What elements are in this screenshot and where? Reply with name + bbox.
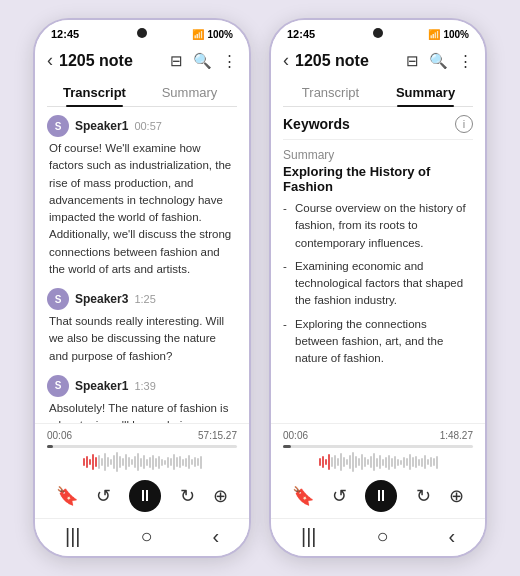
player-controls-1: 🔖 ↺ ⏸ ↻ ⊕ (47, 478, 237, 514)
transcript-text-3: Absolutely! The nature of fashion is a k… (47, 400, 237, 423)
divider (283, 139, 473, 140)
header-icons-1: ⊟ 🔍 ⋮ (170, 52, 237, 70)
nav-bar-1: ||| ○ ‹ (35, 518, 249, 556)
player-times-2: 00:06 1:48.27 (283, 430, 473, 441)
battery-icon-2: 100% (443, 29, 469, 40)
keywords-row: Keywords i (283, 115, 473, 133)
tab-transcript-1[interactable]: Transcript (47, 77, 142, 106)
current-time-1: 00:06 (47, 430, 72, 441)
speaker-time-3: 1:39 (134, 380, 155, 392)
summary-content: Keywords i Summary Exploring the History… (271, 107, 485, 423)
speaker-row-1: S Speaker1 00:57 (47, 115, 237, 137)
info-icon[interactable]: i (455, 115, 473, 133)
transcript-text-2: That sounds really interesting. Will we … (47, 313, 237, 365)
progress-track-2[interactable] (283, 445, 473, 448)
tab-transcript-2[interactable]: Transcript (283, 77, 378, 106)
transcript-item-2: S Speaker3 1:25 That sounds really inter… (47, 288, 237, 365)
transcript-content: S Speaker1 00:57 Of course! We'll examin… (35, 107, 249, 423)
back-button-2[interactable]: ‹ (283, 50, 289, 71)
total-time-2: 1:48.27 (440, 430, 473, 441)
pause-btn-2[interactable]: ⏸ (365, 480, 397, 512)
battery-icon-1: 100% (207, 29, 233, 40)
tabs-2: Transcript Summary (283, 77, 473, 107)
pause-btn-1[interactable]: ⏸ (129, 480, 161, 512)
waveform-2 (283, 450, 473, 474)
player-times-1: 00:06 57:15.27 (47, 430, 237, 441)
waveform-1 (47, 450, 237, 474)
notch-1 (137, 28, 147, 38)
list-item-3: Exploring the connections between fashio… (283, 316, 473, 368)
summary-title: Exploring the History of Fashion (283, 164, 473, 194)
summary-list: Course overview on the history of fashio… (283, 200, 473, 367)
search-icon-2[interactable]: 🔍 (429, 52, 448, 70)
transcript-text-1: Of course! We'll examine how factors suc… (47, 140, 237, 278)
nav-menu-1[interactable]: ||| (65, 525, 81, 548)
phone-transcript: 12:45 📶 100% ‹ 1205 note ⊟ 🔍 ⋮ Transcrip… (33, 18, 251, 558)
time-2: 12:45 (287, 28, 315, 40)
status-icons-1: 📶 100% (192, 29, 233, 40)
nav-home-2[interactable]: ○ (376, 525, 388, 548)
total-time-1: 57:15.27 (198, 430, 237, 441)
rewind-btn-1[interactable]: ↺ (96, 485, 111, 507)
status-icons-2: 📶 100% (428, 29, 469, 40)
tab-summary-2[interactable]: Summary (378, 77, 473, 106)
time-1: 12:45 (51, 28, 79, 40)
title-1: 1205 note (59, 52, 164, 70)
status-bar-1: 12:45 📶 100% (35, 20, 249, 44)
search-icon-1[interactable]: 🔍 (193, 52, 212, 70)
summary-section-label: Summary (283, 148, 473, 162)
signal-icon-1: 📶 (192, 29, 204, 40)
nav-menu-2[interactable]: ||| (301, 525, 317, 548)
speaker-name-2: Speaker3 (75, 292, 128, 306)
more-icon-1[interactable]: ⋮ (222, 52, 237, 70)
save-btn-2[interactable]: ⊕ (449, 485, 464, 507)
progress-fill-2 (283, 445, 291, 448)
back-button-1[interactable]: ‹ (47, 50, 53, 71)
notch-2 (373, 28, 383, 38)
avatar-2: S (47, 288, 69, 310)
nav-back-1[interactable]: ‹ (212, 525, 219, 548)
keywords-label: Keywords (283, 116, 350, 132)
bookmark-icon-2[interactable]: ⊟ (406, 52, 419, 70)
forward-btn-1[interactable]: ↻ (180, 485, 195, 507)
save-btn-1[interactable]: ⊕ (213, 485, 228, 507)
transcript-item-3: S Speaker1 1:39 Absolutely! The nature o… (47, 375, 237, 423)
transcript-item-1: S Speaker1 00:57 Of course! We'll examin… (47, 115, 237, 278)
nav-home-1[interactable]: ○ (140, 525, 152, 548)
player-controls-2: 🔖 ↺ ⏸ ↻ ⊕ (283, 478, 473, 514)
signal-icon-2: 📶 (428, 29, 440, 40)
forward-btn-2[interactable]: ↻ (416, 485, 431, 507)
list-item-2: Examining economic and technological fac… (283, 258, 473, 310)
speaker-name-3: Speaker1 (75, 379, 128, 393)
header-2: ‹ 1205 note ⊟ 🔍 ⋮ (271, 44, 485, 77)
bookmark-btn-2[interactable]: 🔖 (292, 485, 314, 507)
nav-back-2[interactable]: ‹ (448, 525, 455, 548)
list-item-1: Course overview on the history of fashio… (283, 200, 473, 252)
speaker-row-2: S Speaker3 1:25 (47, 288, 237, 310)
avatar-3: S (47, 375, 69, 397)
progress-fill-1 (47, 445, 53, 448)
header-icons-2: ⊟ 🔍 ⋮ (406, 52, 473, 70)
progress-track-1[interactable] (47, 445, 237, 448)
nav-bar-2: ||| ○ ‹ (271, 518, 485, 556)
phone-summary: 12:45 📶 100% ‹ 1205 note ⊟ 🔍 ⋮ Transcrip… (269, 18, 487, 558)
current-time-2: 00:06 (283, 430, 308, 441)
avatar-1: S (47, 115, 69, 137)
tab-summary-1[interactable]: Summary (142, 77, 237, 106)
status-bar-2: 12:45 📶 100% (271, 20, 485, 44)
speaker-time-2: 1:25 (134, 293, 155, 305)
header-1: ‹ 1205 note ⊟ 🔍 ⋮ (35, 44, 249, 77)
speaker-name-1: Speaker1 (75, 119, 128, 133)
more-icon-2[interactable]: ⋮ (458, 52, 473, 70)
rewind-btn-2[interactable]: ↺ (332, 485, 347, 507)
bookmark-btn-1[interactable]: 🔖 (56, 485, 78, 507)
player-bar-2: 00:06 1:48.27 (271, 423, 485, 518)
tabs-1: Transcript Summary (47, 77, 237, 107)
player-bar-1: 00:06 57:15.27 (35, 423, 249, 518)
title-2: 1205 note (295, 52, 400, 70)
speaker-time-1: 00:57 (134, 120, 162, 132)
speaker-row-3: S Speaker1 1:39 (47, 375, 237, 397)
bookmark-icon-1[interactable]: ⊟ (170, 52, 183, 70)
